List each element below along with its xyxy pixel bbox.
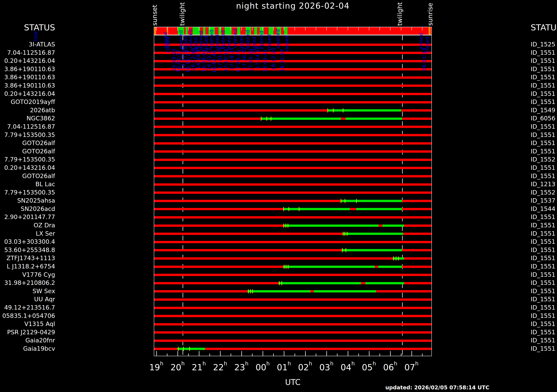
hour-tick-label: 23h — [229, 360, 254, 372]
exposure-start-tick — [284, 265, 284, 269]
timeline-row — [154, 315, 431, 317]
exposure-start-tick — [271, 117, 271, 121]
exposure-start-tick — [342, 248, 343, 252]
exposure-start-tick — [398, 256, 399, 261]
axis-hour-tick — [199, 351, 199, 356]
target-label: 2026atb — [0, 106, 55, 114]
timeline-row — [154, 307, 431, 309]
axis-hour-tick — [156, 351, 157, 356]
target-label: V1776 Cyg — [0, 271, 55, 278]
timeline-row — [154, 101, 431, 104]
axis-hour-tick — [262, 351, 263, 356]
timeline-row — [154, 224, 431, 227]
exposure-start-tick — [347, 232, 347, 236]
strip-halfhour-tick — [379, 27, 380, 31]
strip-halfhour-tick — [401, 27, 401, 31]
timeline-row — [154, 282, 431, 284]
timeline-row — [154, 331, 431, 334]
exposure-start-tick — [279, 281, 279, 285]
exposure-start-tick — [261, 117, 261, 121]
observation-segment — [378, 266, 402, 268]
timeline-row — [154, 192, 431, 194]
exposure-start-tick — [286, 224, 286, 228]
sunset-marker-label: sunset — [152, 0, 158, 26]
strip-halfhour-tick — [295, 27, 295, 31]
exposure-start-tick — [189, 347, 190, 351]
night-schedule-plot: night starting 2026-02-04 STATUS STATUS … — [0, 0, 557, 392]
status-id-label: ID_1213 — [531, 180, 557, 188]
exposure-start-tick — [393, 256, 394, 261]
target-label: 31.98+210806.2 — [0, 279, 55, 287]
target-label: 7.79+153500.35 — [0, 131, 55, 139]
status-id-label: ID_1551 — [531, 296, 557, 303]
status-id-label: ID_1551 — [531, 90, 557, 97]
status-id-label: ID_1537 — [531, 197, 557, 204]
timeline-row — [154, 290, 431, 292]
target-label: 7.79+153500.35 — [0, 156, 55, 163]
exposure-start-tick — [266, 117, 267, 121]
left-status-header: STATUS — [0, 23, 55, 32]
status-id-label: ID_1551 — [531, 238, 557, 245]
status-id-label: ID_1551 — [531, 222, 557, 229]
status-id-label: ID_1544 — [531, 205, 557, 213]
status-id-label: ID_1551 — [531, 213, 557, 221]
axis-halfhour-tick — [295, 353, 295, 356]
timeline-row — [154, 323, 431, 326]
target-label: 03.03+303300.4 — [0, 238, 55, 245]
hour-tick-label: 06h — [378, 360, 402, 372]
target-label: 0.20+143216.04 — [0, 57, 55, 64]
hour-superscript: h — [245, 360, 248, 367]
status-id-label: ID_1552 — [531, 156, 557, 163]
axis-hour-tick — [241, 351, 242, 356]
target-label: 7.04-112516.87 — [0, 49, 55, 56]
axis-halfhour-tick — [401, 353, 401, 356]
target-label: PSR J2129-0429 — [0, 328, 55, 336]
dome-warning-segment — [155, 27, 156, 35]
axis-hour-tick — [411, 351, 412, 356]
hour-tick-label: 20h — [165, 360, 190, 372]
target-label: SW Sex — [0, 287, 55, 295]
exposure-start-tick — [345, 199, 345, 203]
hour-tick-label: 22h — [208, 360, 232, 372]
exposure-start-tick — [252, 289, 253, 293]
strip-halfhour-tick — [390, 27, 391, 31]
status-id-label: ID_1551 — [531, 304, 557, 311]
axis-halfhour-tick — [316, 353, 316, 356]
target-label: GOTO26alf — [0, 172, 55, 180]
hour-superscript: h — [352, 360, 355, 367]
strip-halfhour-tick — [337, 27, 337, 31]
target-label: 7.79+153500.35 — [0, 189, 55, 196]
target-label: 0.20+143216.04 — [0, 90, 55, 97]
exposure-start-tick — [281, 281, 282, 285]
strip-halfhour-tick — [358, 27, 359, 31]
status-id-label: ID_1551 — [531, 287, 557, 295]
timeline-row — [154, 274, 431, 276]
hour-tick-label: 05h — [357, 360, 381, 372]
observation-segment — [283, 208, 350, 210]
strip-halfhour-tick — [369, 27, 369, 31]
status-id-label: ID_1551 — [531, 271, 557, 278]
exposure-start-tick — [343, 232, 343, 236]
hour-tick-label: 03h — [314, 360, 339, 372]
exposure-start-tick — [250, 289, 251, 293]
status-id-label: ID_1551 — [531, 336, 557, 344]
hour-tick-label: 21h — [187, 360, 211, 372]
target-label: OZ Dra — [0, 222, 55, 229]
exposure-start-tick — [343, 108, 343, 112]
status-id-label: ID_1551 — [531, 246, 557, 254]
hour-tick-label: 07h — [399, 360, 424, 372]
timeline-row — [154, 348, 431, 350]
target-label: SN2025ahsa — [0, 197, 55, 204]
axis-halfhour-tick — [188, 353, 189, 356]
target-label: Gaia20fnr — [0, 336, 55, 344]
timeline-row — [154, 118, 431, 120]
target-label: 3I-ATLAS — [0, 40, 55, 48]
status-id-label: ID_1551 — [531, 57, 557, 64]
axis-hour-tick — [348, 351, 348, 356]
exposure-start-tick — [344, 232, 345, 236]
hour-tick-label: 01h — [271, 360, 296, 372]
exposure-start-tick — [283, 224, 284, 228]
target-label: 3.86+190110.63 — [0, 65, 55, 73]
strip-halfhour-tick — [348, 27, 348, 31]
target-label: 7.04-112516.87 — [0, 123, 55, 130]
